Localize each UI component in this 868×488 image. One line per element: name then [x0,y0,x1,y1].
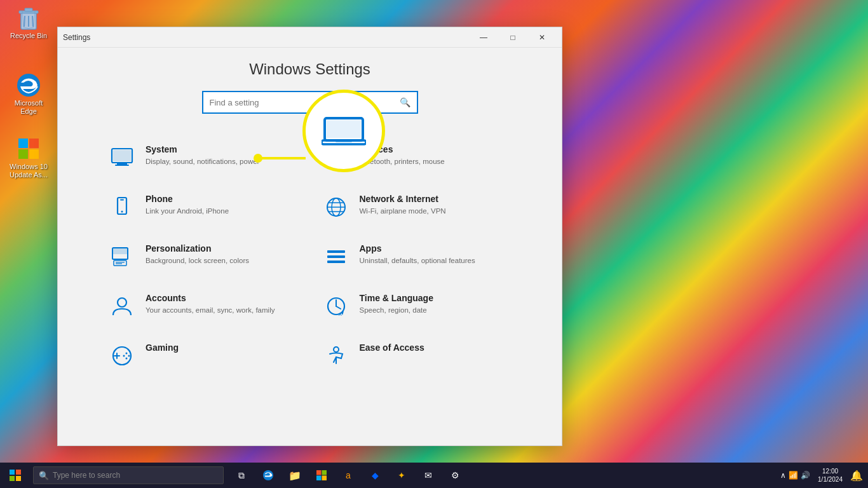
svg-point-54 [254,154,262,163]
network-title: Network & Internet [360,194,446,204]
svg-rect-56 [16,470,21,475]
settings-item-accounts[interactable]: Accounts Your accounts, email, sync, wor… [96,281,310,331]
settings-item-ease[interactable]: Ease of Access [310,331,524,381]
svg-rect-37 [327,250,332,253]
tray-date: 1/1/2024 [818,475,843,484]
gaming-title: Gaming [146,342,179,353]
settings-item-time[interactable]: A Time & Language Speech, region, date [310,281,524,331]
ease-icon [323,342,349,369]
system-tray: ∧ 📶 🔊 12:00 1/1/2024 🔔 [775,463,868,488]
ease-title: Ease of Access [360,342,424,353]
phone-text: Phone Link your Android, iPhone [146,194,229,216]
svg-rect-50 [327,120,361,138]
windows-update-label: Windows 10 Update As... [6,163,51,179]
search-icon[interactable]: 🔍 [400,97,410,107]
svg-rect-9 [18,149,28,159]
taskbar-search-text: Type here to search [53,471,120,480]
system-text: System Display, sound, notifications, po… [146,144,259,166]
taskbar: 🔍 Type here to search ⧉ 📁 a [0,463,868,488]
accounts-desc: Your accounts, email, sync, work, family [146,305,275,315]
svg-rect-13 [115,165,129,166]
svg-point-45 [128,355,130,357]
svg-rect-7 [18,139,28,148]
taskbar-dropbox-button[interactable]: ◆ [362,463,388,488]
taskbar-amazon-button[interactable]: a [336,463,361,488]
recycle-bin-icon[interactable]: Recycle Bin [3,3,54,43]
apps-title: Apps [360,243,475,254]
taskbar-folder-button[interactable]: 📁 [282,463,308,488]
taskbar-quick-icons: ⧉ 📁 a ◆ ✦ ✉ ⚙ [229,463,468,488]
personalization-icon [109,243,135,270]
minimize-button[interactable]: — [469,27,498,48]
svg-point-23 [121,211,123,213]
maximize-button[interactable]: □ [498,27,527,48]
svg-rect-31 [114,261,126,266]
settings-item-phone[interactable]: Phone Link your Android, iPhone [96,182,310,232]
settings-item-personalization[interactable]: Personalization Background, lock screen,… [96,232,310,281]
gaming-icon [109,342,135,369]
tray-clock[interactable]: 12:00 1/1/2024 [814,467,846,484]
tray-notifications[interactable]: 🔔 [850,470,863,482]
tray-up-arrow[interactable]: ∧ [780,471,786,480]
svg-rect-35 [327,255,345,258]
taskbar-settings-button[interactable]: ⚙ [442,463,468,488]
taskbar-store-button[interactable] [309,463,334,488]
apps-icon [323,243,349,270]
microsoft-edge-icon[interactable]: Microsoft Edge [3,70,54,118]
network-desc: Wi-Fi, airplane mode, VPN [360,206,446,216]
task-view-button[interactable]: ⧉ [229,463,254,488]
window-controls: — □ ✕ [469,27,557,48]
svg-point-44 [126,353,128,355]
svg-line-41 [336,306,341,309]
svg-point-38 [118,298,126,307]
taskbar-sketch-button[interactable]: ✦ [389,463,414,488]
svg-rect-55 [10,470,15,475]
taskbar-search-icon: 🔍 [39,471,49,480]
tray-volume-icon[interactable]: 🔊 [801,471,810,480]
settings-window: Settings — □ ✕ Windows Settings 🔍 [57,27,562,446]
system-icon [109,144,135,171]
svg-rect-30 [112,248,128,254]
tray-network-icon: 📶 [789,471,798,480]
time-text: Time & Language Speech, region, date [360,293,433,315]
settings-item-network[interactable]: Network & Internet Wi-Fi, airplane mode,… [310,182,524,232]
accounts-title: Accounts [146,293,275,303]
windows-update-icon[interactable]: Windows 10 Update As... [3,133,54,182]
personalization-desc: Background, lock screen, colors [146,255,249,266]
ease-text: Ease of Access [360,342,424,355]
personalization-text: Personalization Background, lock screen,… [146,243,249,266]
recycle-bin-image [16,5,41,30]
apps-desc: Uninstall, defaults, optional features [360,255,475,266]
network-text: Network & Internet Wi-Fi, airplane mode,… [360,194,446,216]
start-button[interactable] [0,463,31,488]
gaming-text: Gaming [146,342,179,355]
windows-image [16,136,41,161]
svg-rect-52 [336,140,352,142]
tray-time: 12:00 [822,467,838,475]
tray-icons: ∧ 📶 🔊 [780,471,810,480]
titlebar: Settings — □ ✕ [58,27,562,48]
time-icon: A [323,293,349,320]
annotation-circle [302,90,385,172]
svg-rect-8 [29,139,39,148]
taskbar-edge-button[interactable] [255,463,281,488]
taskbar-mail-button[interactable]: ✉ [416,463,441,488]
svg-rect-2 [25,8,32,11]
phone-icon [109,194,135,220]
settings-grid: System Display, sound, notifications, po… [96,133,524,381]
svg-rect-57 [10,476,15,481]
close-button[interactable]: ✕ [527,27,557,48]
accounts-icon [109,293,135,320]
svg-rect-58 [16,476,21,481]
time-desc: Speech, region, date [360,305,433,315]
svg-line-5 [32,16,33,27]
svg-rect-14 [113,150,131,161]
svg-rect-63 [322,476,327,481]
svg-point-47 [123,355,125,357]
svg-text:A: A [339,312,342,316]
edge-image [16,72,41,98]
settings-item-apps[interactable]: Apps Uninstall, defaults, optional featu… [310,232,524,281]
time-title: Time & Language [360,293,433,303]
settings-item-gaming[interactable]: Gaming [96,331,310,381]
taskbar-search-bar[interactable]: 🔍 Type here to search [33,466,224,484]
